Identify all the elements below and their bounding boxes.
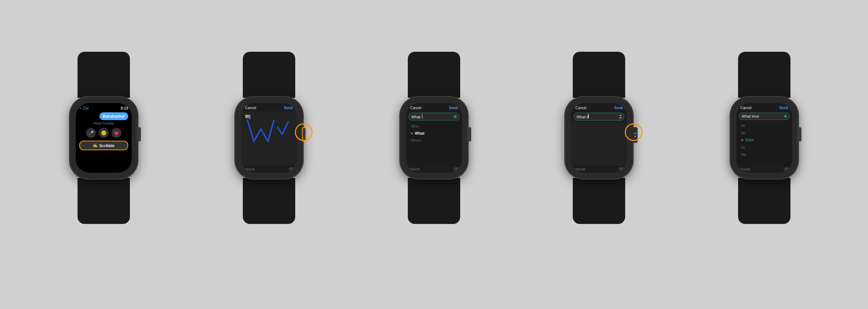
scribble-icon: ✍️ xyxy=(93,143,98,148)
suggestion-what[interactable]: ▶ What xyxy=(406,130,462,137)
input-field-row-5: What time xyxy=(736,111,792,121)
input-indicator-5 xyxy=(784,115,787,118)
suggestions-list-5: tie tip ▶ time till xyxy=(736,121,792,166)
scribble-header: Cancel Send xyxy=(241,103,297,111)
text-input-3[interactable]: What xyxy=(409,113,459,120)
input-header-5: Cancel Send xyxy=(736,103,792,111)
crown-up-arrow: ▲ xyxy=(634,132,636,135)
watch-body-1: < Zac 3:13 Bahahahha! Read Tuesday 🎤 😊 💗… xyxy=(65,52,143,257)
watch-screen-1: < Zac 3:13 Bahahahha! Read Tuesday 🎤 😊 💗… xyxy=(76,103,132,173)
watch-crown-2 xyxy=(302,127,306,141)
band-top-3 xyxy=(408,52,460,98)
band-top-1 xyxy=(78,52,130,98)
whatt-screen: Cancel Send What t xyxy=(571,103,627,173)
msg-time: 3:13 xyxy=(120,106,128,110)
watch-screen-3: Cancel Send What Who xyxy=(406,103,462,173)
back-button[interactable]: < Zac xyxy=(79,106,89,110)
watch-body-5: Cancel Send What time tie xyxy=(725,52,803,257)
watch-4: ▲ ▼ Cancel Send What t xyxy=(516,7,681,302)
watch-screen-2: Cancel Send W| xyxy=(241,103,297,173)
msg-header: < Zac 3:13 xyxy=(79,106,128,110)
mic-button[interactable]: 🎤 xyxy=(86,128,96,138)
cancel-button-5[interactable]: Cancel xyxy=(741,106,752,110)
message-bubble: Bahahahha! xyxy=(99,112,128,120)
send-button-5[interactable]: Send xyxy=(779,106,788,110)
space-button[interactable]: SPACE xyxy=(245,168,255,171)
messages-screen: < Zac 3:13 Bahahahha! Read Tuesday 🎤 😊 💗… xyxy=(76,103,132,173)
band-bottom-2 xyxy=(243,178,295,224)
drawing-area[interactable]: W| xyxy=(241,111,297,166)
cancel-button-4[interactable]: Cancel xyxy=(575,106,586,110)
input-footer-4: SPACE ⌫ xyxy=(571,166,627,173)
input-text-4: What t xyxy=(576,114,588,119)
delete-button-3[interactable]: ⌫ xyxy=(453,167,458,171)
band-top-5 xyxy=(738,52,790,98)
space-button-4[interactable]: SPACE xyxy=(575,168,585,171)
watch-screen-4: Cancel Send What t xyxy=(571,103,627,173)
band-bottom-5 xyxy=(738,178,790,224)
send-button[interactable]: Send xyxy=(284,106,292,110)
send-button-4[interactable]: Send xyxy=(614,106,623,110)
watches-container: < Zac 3:13 Bahahahha! Read Tuesday 🎤 😊 💗… xyxy=(0,0,868,309)
input-indicator-3 xyxy=(454,115,457,118)
suggestion-tip[interactable]: tip xyxy=(736,129,792,136)
watch-crown-3 xyxy=(467,127,471,141)
delete-button[interactable]: ⌫ xyxy=(289,167,293,171)
suggestions-list-3: Who ▶ What When xyxy=(406,122,462,166)
space-button-3[interactable]: SPACE xyxy=(410,168,420,171)
watch-crown-4: ▲ ▼ xyxy=(633,127,638,143)
cancel-button[interactable]: Cancel xyxy=(245,106,256,110)
watch-5: Cancel Send What time tie xyxy=(682,7,847,302)
band-bottom-1 xyxy=(78,178,130,224)
delete-button-5[interactable]: ⌫ xyxy=(784,167,789,171)
suggestion-text-till: till xyxy=(741,145,745,150)
send-button-3[interactable]: Send xyxy=(449,106,458,110)
space-button-5[interactable]: SPACE xyxy=(740,168,750,171)
suggestion-tie[interactable]: tie xyxy=(736,122,792,129)
input-field-row-3: What xyxy=(406,111,462,122)
input-text-5: What time xyxy=(742,114,759,118)
text-input-4[interactable]: What t xyxy=(574,113,624,120)
watch-1: < Zac 3:13 Bahahahha! Read Tuesday 🎤 😊 💗… xyxy=(21,7,186,302)
suggestion-time[interactable]: ▶ time xyxy=(736,136,792,144)
watch-case-5: Cancel Send What time tie xyxy=(731,97,798,179)
heart-button[interactable]: 💗 xyxy=(112,128,121,138)
watch-case-2: Cancel Send W| xyxy=(235,97,303,179)
suggestion-when[interactable]: When xyxy=(406,137,462,144)
watch-2: Cancel Send W| xyxy=(186,7,351,302)
w-letter-drawing xyxy=(244,115,290,150)
cancel-button-3[interactable]: Cancel xyxy=(410,106,421,110)
watch-crown-5 xyxy=(797,127,801,141)
suggestion-who[interactable]: Who xyxy=(406,123,462,130)
watch-case-4: ▲ ▼ Cancel Send What t xyxy=(565,97,633,179)
suggestion-flie[interactable]: flie xyxy=(736,151,792,158)
scribble-button[interactable]: ✍️ Scribble xyxy=(79,141,128,150)
input-header-3: Cancel Send xyxy=(406,103,462,111)
watch-body-2: Cancel Send W| xyxy=(230,52,308,257)
drawing-area-4[interactable] xyxy=(571,122,627,166)
suggestion-till[interactable]: till xyxy=(736,144,792,151)
watch-body-3: Cancel Send What Who xyxy=(395,52,473,257)
watch-body-4: ▲ ▼ Cancel Send What t xyxy=(560,52,638,257)
scribble-footer: SPACE ⌫ xyxy=(241,166,297,173)
watch-crown-1 xyxy=(137,127,141,141)
suggestion-arrow-5: ▶ xyxy=(741,138,744,142)
emoji-button[interactable]: 😊 xyxy=(99,128,109,138)
suggestion-text-what: What xyxy=(415,131,424,135)
delete-button-4[interactable]: ⌫ xyxy=(618,167,623,171)
read-status: Read Tuesday xyxy=(79,122,128,125)
suggestion-text-when: When xyxy=(411,138,421,142)
crown-down-arrow: ▼ xyxy=(634,135,636,138)
message-actions: 🎤 😊 💗 xyxy=(79,128,128,138)
band-bottom-4 xyxy=(573,178,625,224)
watch-screen-5: Cancel Send What time tie xyxy=(736,103,792,173)
band-top-2 xyxy=(243,52,295,98)
input-footer-5: SPACE ⌫ xyxy=(736,166,792,173)
input-field-row-4: What t xyxy=(571,111,627,122)
text-input-5[interactable]: What time xyxy=(739,113,789,120)
whattime-screen: Cancel Send What time tie xyxy=(736,103,792,173)
what-input-screen: Cancel Send What Who xyxy=(406,103,462,173)
suggestion-text-tie: tie xyxy=(741,123,746,128)
suggestion-arrow: ▶ xyxy=(411,131,413,135)
suggestion-text-time: time xyxy=(745,137,754,142)
